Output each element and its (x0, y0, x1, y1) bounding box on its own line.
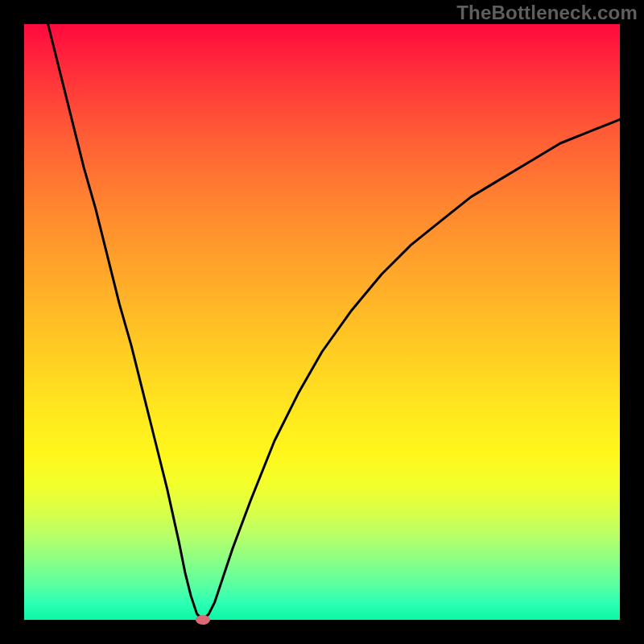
curve-svg (24, 24, 620, 620)
watermark-text: TheBottleneck.com (456, 2, 638, 24)
chart-frame: TheBottleneck.com (0, 0, 644, 644)
plot-area (24, 24, 620, 620)
bottleneck-curve-path (48, 24, 620, 620)
optimal-marker (196, 615, 210, 625)
